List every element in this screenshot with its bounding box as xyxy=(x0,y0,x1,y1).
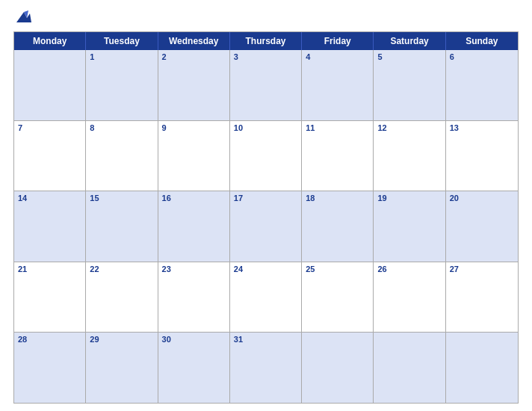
day-number: 9 xyxy=(162,123,167,132)
day-cell: 2 xyxy=(158,50,230,120)
weeks-container: 1234567891011121314151617181920212223242… xyxy=(14,50,518,403)
day-number: 24 xyxy=(234,265,243,274)
day-cell: 14 xyxy=(14,191,86,262)
logo xyxy=(13,7,37,28)
day-cell: 5 xyxy=(374,50,445,120)
day-header-monday: Monday xyxy=(14,32,86,50)
day-cell: 6 xyxy=(446,50,518,120)
day-number: 25 xyxy=(306,265,315,274)
day-number: 14 xyxy=(18,194,27,203)
day-cell: 8 xyxy=(86,121,158,191)
day-number: 1 xyxy=(90,52,94,61)
day-cell xyxy=(374,333,445,403)
day-cell: 15 xyxy=(86,191,158,262)
day-number: 27 xyxy=(450,265,459,274)
day-cell: 30 xyxy=(158,333,230,403)
day-number: 22 xyxy=(90,265,99,274)
day-headers-row: MondayTuesdayWednesdayThursdayFridaySatu… xyxy=(14,32,518,50)
day-number: 29 xyxy=(90,335,99,344)
day-number: 10 xyxy=(234,123,243,132)
day-number: 20 xyxy=(450,194,459,203)
day-number: 23 xyxy=(162,265,171,274)
page-header xyxy=(13,7,519,28)
day-number: 2 xyxy=(162,52,167,61)
day-number: 5 xyxy=(377,52,382,61)
day-cell: 1 xyxy=(86,50,158,120)
day-cell: 11 xyxy=(302,121,374,191)
day-cell: 17 xyxy=(230,191,302,262)
week-row-4: 21222324252627 xyxy=(14,262,518,333)
day-number: 31 xyxy=(234,335,243,344)
week-row-3: 14151617181920 xyxy=(14,191,518,262)
week-row-5: 28293031 xyxy=(14,332,518,403)
day-header-wednesday: Wednesday xyxy=(158,32,230,50)
day-cell: 10 xyxy=(230,121,302,191)
day-cell: 24 xyxy=(230,262,302,333)
day-number: 26 xyxy=(377,265,386,274)
day-cell: 27 xyxy=(446,262,518,333)
day-cell: 7 xyxy=(14,121,86,191)
day-cell: 18 xyxy=(302,191,374,262)
day-cell xyxy=(302,333,374,403)
day-header-saturday: Saturday xyxy=(374,32,445,50)
day-cell: 9 xyxy=(158,121,230,191)
day-number: 7 xyxy=(18,123,22,132)
day-cell: 29 xyxy=(86,333,158,403)
day-cell: 13 xyxy=(446,121,518,191)
day-number: 16 xyxy=(162,194,171,203)
day-number: 8 xyxy=(90,123,94,132)
day-cell: 16 xyxy=(158,191,230,262)
day-number: 11 xyxy=(306,123,315,132)
day-number: 18 xyxy=(306,194,315,203)
logo-icon xyxy=(13,7,34,28)
calendar-grid: MondayTuesdayWednesdayThursdayFridaySatu… xyxy=(13,31,519,404)
day-header-thursday: Thursday xyxy=(230,32,302,50)
calendar-page: MondayTuesdayWednesdayThursdayFridaySatu… xyxy=(0,0,532,411)
day-number: 6 xyxy=(450,52,454,61)
day-cell: 12 xyxy=(374,121,445,191)
day-cell: 4 xyxy=(302,50,374,120)
day-cell: 19 xyxy=(374,191,445,262)
day-number: 30 xyxy=(162,335,171,344)
day-header-tuesday: Tuesday xyxy=(86,32,158,50)
week-row-1: 123456 xyxy=(14,50,518,120)
day-number: 3 xyxy=(234,52,238,61)
day-number: 17 xyxy=(234,194,243,203)
day-cell: 26 xyxy=(374,262,445,333)
day-header-sunday: Sunday xyxy=(446,32,518,50)
day-cell: 31 xyxy=(230,333,302,403)
day-cell: 20 xyxy=(446,191,518,262)
day-cell: 28 xyxy=(14,333,86,403)
day-number: 19 xyxy=(377,194,386,203)
svg-marker-0 xyxy=(16,12,31,22)
week-row-2: 78910111213 xyxy=(14,120,518,191)
day-number: 13 xyxy=(450,123,459,132)
day-number: 4 xyxy=(306,52,310,61)
day-cell xyxy=(14,50,86,120)
day-number: 28 xyxy=(18,335,27,344)
day-number: 21 xyxy=(18,265,27,274)
day-cell: 23 xyxy=(158,262,230,333)
day-number: 15 xyxy=(90,194,99,203)
day-number: 12 xyxy=(377,123,386,132)
day-cell: 21 xyxy=(14,262,86,333)
day-cell: 3 xyxy=(230,50,302,120)
day-header-friday: Friday xyxy=(302,32,374,50)
day-cell: 25 xyxy=(302,262,374,333)
day-cell xyxy=(446,333,518,403)
day-cell: 22 xyxy=(86,262,158,333)
